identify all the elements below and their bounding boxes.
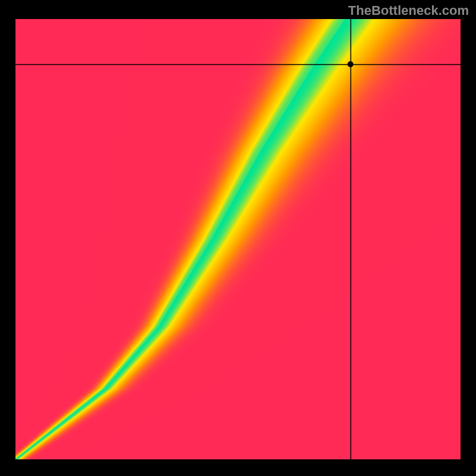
attribution-text: TheBottleneck.com [348,3,469,18]
chart-container: TheBottleneck.com [0,0,476,476]
bottleneck-heatmap [0,0,476,476]
